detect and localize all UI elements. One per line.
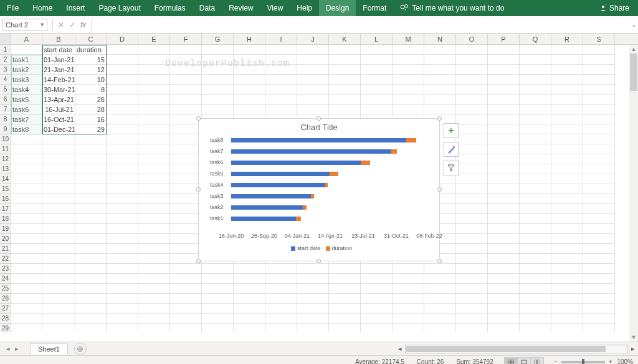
row-header[interactable]: 15 (0, 184, 11, 194)
cell[interactable] (456, 274, 488, 284)
row-header[interactable]: 22 (0, 254, 11, 264)
cell[interactable] (520, 144, 551, 154)
cell[interactable] (234, 284, 265, 294)
cell[interactable] (329, 264, 361, 274)
select-all-cell[interactable] (0, 34, 11, 44)
cell[interactable] (551, 154, 583, 164)
cell[interactable] (488, 304, 520, 314)
col-header[interactable]: N (424, 34, 456, 44)
cell[interactable]: task3 (11, 75, 42, 85)
col-header[interactable]: M (393, 34, 424, 44)
cell[interactable]: 12 (75, 65, 107, 75)
cell[interactable] (583, 284, 615, 294)
cell[interactable] (75, 154, 107, 164)
cell[interactable] (170, 274, 202, 284)
cell[interactable]: task4 (11, 85, 42, 95)
cell[interactable] (551, 294, 583, 304)
cell[interactable] (42, 154, 75, 164)
cancel-icon[interactable]: ✕ (55, 21, 67, 29)
cell[interactable] (393, 75, 424, 85)
cell[interactable] (11, 294, 42, 304)
cell[interactable] (520, 314, 551, 324)
cell[interactable] (520, 324, 551, 332)
cell[interactable] (520, 164, 551, 174)
cell[interactable] (520, 154, 551, 164)
cell[interactable] (107, 65, 138, 75)
cell[interactable] (138, 264, 170, 274)
row-header[interactable]: 24 (0, 274, 11, 284)
cell[interactable] (170, 105, 202, 114)
cell[interactable]: 8 (75, 85, 107, 95)
ribbon-tab-insert[interactable]: Insert (59, 0, 92, 16)
row-header[interactable]: 20 (0, 234, 11, 244)
share-button[interactable]: Share (591, 4, 638, 12)
cell[interactable] (170, 144, 202, 154)
row-header[interactable]: 14 (0, 174, 11, 184)
cell[interactable] (424, 304, 456, 314)
cell[interactable] (456, 254, 488, 264)
cell[interactable] (456, 105, 488, 114)
cell[interactable] (424, 95, 456, 105)
cell[interactable] (75, 234, 107, 244)
cell[interactable] (107, 124, 138, 134)
cell[interactable] (424, 45, 456, 55)
cell[interactable]: 01-Jan-21 (42, 55, 75, 65)
resize-handle[interactable] (437, 187, 442, 192)
cell[interactable] (107, 114, 138, 124)
cell[interactable] (170, 244, 202, 254)
cell[interactable]: 30-Mar-21 (42, 85, 75, 95)
expand-formula-icon[interactable]: ⌄ (629, 21, 638, 29)
ribbon-tab-home[interactable]: Home (26, 0, 59, 16)
cell[interactable] (456, 174, 488, 184)
cell[interactable] (393, 105, 424, 114)
cell[interactable] (107, 184, 138, 194)
cell[interactable] (488, 274, 520, 284)
cell[interactable] (551, 75, 583, 85)
cell[interactable] (393, 304, 424, 314)
cell[interactable] (424, 294, 456, 304)
cell[interactable] (170, 264, 202, 274)
cell[interactable] (551, 274, 583, 284)
row-header[interactable]: 19 (0, 224, 11, 234)
cell[interactable] (488, 134, 520, 144)
cell[interactable] (393, 65, 424, 75)
cell[interactable] (107, 244, 138, 254)
cell[interactable] (107, 134, 138, 144)
cell[interactable] (583, 254, 615, 264)
cell[interactable] (170, 234, 202, 244)
cell[interactable] (138, 234, 170, 244)
cell[interactable] (107, 324, 138, 332)
cell[interactable] (488, 254, 520, 264)
cell[interactable] (75, 214, 107, 224)
cell[interactable] (42, 194, 75, 204)
cell[interactable] (42, 314, 75, 324)
col-header[interactable]: C (75, 34, 107, 44)
cell[interactable] (361, 264, 393, 274)
cell[interactable] (297, 324, 329, 332)
cell[interactable] (138, 214, 170, 224)
cell[interactable] (138, 164, 170, 174)
row-header[interactable]: 3 (0, 65, 11, 75)
ribbon-tab-page-layout[interactable]: Page Layout (92, 0, 147, 16)
cell[interactable] (488, 314, 520, 324)
cell[interactable] (11, 234, 42, 244)
cell[interactable] (170, 294, 202, 304)
cell[interactable] (11, 164, 42, 174)
cell[interactable]: 21-Jan-21 (42, 65, 75, 75)
cell[interactable] (11, 144, 42, 154)
cell[interactable] (138, 45, 170, 55)
cell[interactable] (329, 274, 361, 284)
cell[interactable] (265, 274, 297, 284)
cell[interactable] (488, 75, 520, 85)
cell[interactable] (75, 254, 107, 264)
cell[interactable] (456, 324, 488, 332)
cell[interactable] (75, 284, 107, 294)
cell[interactable] (202, 95, 234, 105)
cell[interactable] (583, 234, 615, 244)
cell[interactable] (361, 304, 393, 314)
page-break-view-button[interactable] (530, 357, 544, 365)
cell[interactable] (551, 85, 583, 95)
cell[interactable] (456, 55, 488, 65)
cell[interactable] (551, 254, 583, 264)
cell[interactable]: 16 (75, 114, 107, 124)
